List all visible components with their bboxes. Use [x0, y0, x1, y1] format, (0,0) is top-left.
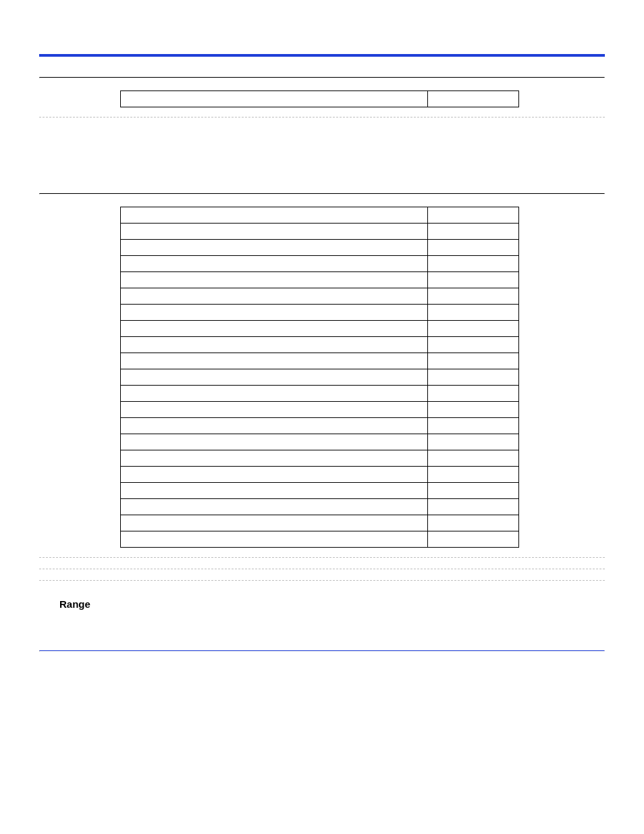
cell	[121, 288, 428, 305]
table-row	[121, 224, 519, 240]
cell	[121, 402, 428, 418]
cell	[428, 91, 519, 107]
table-row	[121, 240, 519, 256]
cell	[428, 240, 519, 256]
cell	[428, 256, 519, 272]
table-row	[121, 434, 519, 450]
table-row	[121, 207, 519, 224]
cell	[121, 91, 428, 107]
cell	[428, 499, 519, 515]
cell	[428, 418, 519, 434]
cell	[121, 515, 428, 531]
cell	[428, 369, 519, 386]
cell	[428, 515, 519, 531]
cell	[121, 418, 428, 434]
cell	[121, 434, 428, 450]
range-label: Range	[59, 598, 605, 610]
cell	[121, 272, 428, 288]
cell	[428, 531, 519, 548]
cell	[428, 402, 519, 418]
cell	[428, 467, 519, 483]
cell	[121, 467, 428, 483]
table-row	[121, 272, 519, 288]
cell	[428, 224, 519, 240]
cell	[428, 450, 519, 467]
cell	[121, 483, 428, 499]
table-2	[120, 207, 519, 548]
table-row	[121, 515, 519, 531]
section-2	[39, 193, 605, 581]
cell	[121, 499, 428, 515]
table-row	[121, 321, 519, 337]
table-row	[121, 256, 519, 272]
table-row	[121, 369, 519, 386]
table-row	[121, 483, 519, 499]
bottom-blue-rule	[39, 650, 605, 652]
table-row	[121, 450, 519, 467]
table-row	[121, 91, 519, 107]
cell	[121, 337, 428, 353]
cell	[121, 224, 428, 240]
table-row	[121, 288, 519, 305]
cell	[121, 256, 428, 272]
table-row	[121, 531, 519, 548]
cell	[121, 305, 428, 321]
cell	[428, 207, 519, 224]
cell	[428, 353, 519, 369]
cell	[121, 321, 428, 337]
dashed-rule	[39, 117, 605, 118]
cell	[428, 483, 519, 499]
table-row	[121, 337, 519, 353]
section-1-rule	[39, 77, 605, 78]
cell	[428, 272, 519, 288]
table-row	[121, 353, 519, 369]
cell	[428, 321, 519, 337]
section-2-rule	[39, 193, 605, 194]
table-row	[121, 402, 519, 418]
spacer	[39, 128, 605, 193]
page: Range	[0, 0, 644, 834]
cell	[121, 207, 428, 224]
dashed-rule	[39, 569, 605, 569]
cell	[121, 240, 428, 256]
dashed-rule	[39, 580, 605, 581]
table-1	[120, 90, 519, 107]
table-row	[121, 305, 519, 321]
cell	[428, 305, 519, 321]
cell	[121, 353, 428, 369]
table-row	[121, 386, 519, 402]
cell	[428, 434, 519, 450]
dashed-rule	[39, 557, 605, 558]
cell	[121, 531, 428, 548]
cell	[428, 288, 519, 305]
section-1	[39, 77, 605, 118]
top-blue-rule	[39, 54, 605, 57]
table-row	[121, 418, 519, 434]
cell	[121, 386, 428, 402]
cell	[121, 369, 428, 386]
table-row	[121, 499, 519, 515]
cell	[121, 450, 428, 467]
cell	[428, 386, 519, 402]
table-row	[121, 467, 519, 483]
cell	[428, 337, 519, 353]
